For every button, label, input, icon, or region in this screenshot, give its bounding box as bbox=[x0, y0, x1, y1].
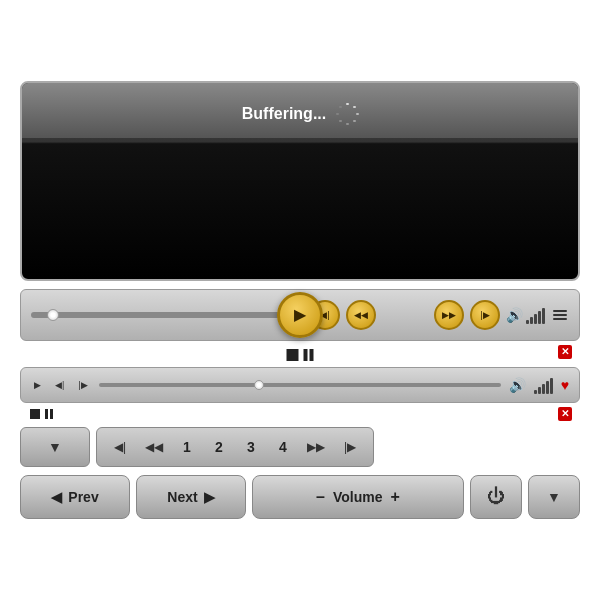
play-sm-button[interactable]: ▶ bbox=[31, 378, 44, 392]
play-button-spacer bbox=[382, 292, 428, 338]
vol-bar-1 bbox=[526, 320, 529, 324]
pause-button-sm2[interactable] bbox=[45, 409, 53, 419]
vol-bar-sm-4 bbox=[546, 381, 549, 394]
bottom-row: ◀ Prev Next ▶ – Volume + ⏻ ▼ bbox=[20, 475, 580, 519]
next-label: Next bbox=[167, 489, 197, 505]
prev-button[interactable]: ◀ Prev bbox=[20, 475, 130, 519]
next-arrow-icon: ▶ bbox=[204, 489, 215, 505]
track-2-button[interactable]: 2 bbox=[205, 433, 233, 461]
prev-arrow-icon: ◀ bbox=[51, 489, 62, 505]
video-screen: Buffering... bbox=[20, 81, 580, 281]
track-end-button[interactable]: |▶ bbox=[335, 427, 365, 467]
main-progress-bar[interactable] bbox=[31, 312, 304, 318]
buffering-text: Buffering... bbox=[242, 105, 326, 123]
rewind-button[interactable]: ◀◀ bbox=[346, 300, 376, 330]
fast-forward-button[interactable]: ▶▶ bbox=[434, 300, 464, 330]
stop-pause-area-sm bbox=[30, 409, 53, 419]
volume-plus-button[interactable]: + bbox=[387, 488, 404, 506]
vol-bar-2 bbox=[530, 317, 533, 324]
track-rw-button[interactable]: ◀◀ bbox=[139, 427, 169, 467]
secondary-progress-bar[interactable] bbox=[99, 383, 501, 387]
skip-fwd-sm-button[interactable]: |▶ bbox=[75, 378, 90, 392]
red-x-icon-1[interactable]: ✕ bbox=[558, 345, 572, 359]
down-button[interactable]: ▼ bbox=[528, 475, 580, 519]
vol-bar-3 bbox=[534, 314, 537, 324]
heart-icon[interactable]: ♥ bbox=[561, 377, 569, 393]
vol-bar-sm-5 bbox=[550, 378, 553, 394]
playlist-dropdown-button[interactable]: ▼ bbox=[20, 427, 90, 467]
pause-button-small[interactable] bbox=[304, 349, 314, 361]
power-icon: ⏻ bbox=[487, 486, 505, 507]
playlist-arrow-icon: ▼ bbox=[48, 439, 62, 455]
spinner bbox=[336, 103, 358, 125]
number-btn-group: ◀| ◀◀ 1 2 3 4 ▶▶ |▶ bbox=[96, 427, 374, 467]
next-button[interactable]: Next ▶ bbox=[136, 475, 246, 519]
power-button[interactable]: ⏻ bbox=[470, 475, 522, 519]
eq-icon[interactable] bbox=[551, 308, 569, 322]
skip-forward-button[interactable]: |▶ bbox=[470, 300, 500, 330]
track-ff-button[interactable]: ▶▶ bbox=[301, 427, 331, 467]
play-icon: ▶ bbox=[294, 305, 306, 324]
volume-icon-sm: 🔊 bbox=[509, 377, 526, 393]
secondary-progress-knob[interactable] bbox=[254, 380, 264, 390]
volume-area: 🔊 bbox=[506, 306, 545, 324]
volume-minus-button[interactable]: – bbox=[312, 488, 329, 506]
player-container: Buffering... ◀| ◀◀ bbox=[20, 81, 580, 519]
buffering-area: Buffering... bbox=[242, 103, 358, 125]
volume-bars-sm bbox=[534, 376, 553, 394]
stop-button-small[interactable] bbox=[287, 349, 299, 361]
play-button-large[interactable]: ▶ bbox=[277, 292, 323, 338]
volume-icon: 🔊 bbox=[506, 307, 523, 323]
volume-bars bbox=[526, 306, 545, 324]
red-x-2[interactable]: ✕ bbox=[558, 407, 572, 421]
red-x-1[interactable]: ✕ bbox=[558, 345, 572, 359]
down-arrow-icon: ▼ bbox=[547, 489, 561, 505]
main-controls-wrapper: ◀| ◀◀ ▶▶ |▶ 🔊 bbox=[20, 289, 580, 341]
vol-bar-4 bbox=[538, 311, 541, 324]
track-4-button[interactable]: 4 bbox=[269, 433, 297, 461]
number-row: ▼ ◀| ◀◀ 1 2 3 4 ▶▶ |▶ bbox=[20, 427, 580, 467]
volume-text-label: Volume bbox=[333, 489, 383, 505]
red-x-icon-2[interactable]: ✕ bbox=[558, 407, 572, 421]
secondary-controls-bar: ▶ ◀| |▶ 🔊 ♥ bbox=[20, 367, 580, 403]
vol-bar-sm-1 bbox=[534, 390, 537, 394]
prev-label: Prev bbox=[68, 489, 98, 505]
secondary-controls-wrapper: ▶ ◀| |▶ 🔊 ♥ ✕ bbox=[20, 367, 580, 403]
vol-bar-sm-2 bbox=[538, 387, 541, 394]
track-3-button[interactable]: 3 bbox=[237, 433, 265, 461]
volume-control-group: – Volume + bbox=[252, 475, 464, 519]
track-1-button[interactable]: 1 bbox=[173, 433, 201, 461]
vol-bar-sm-3 bbox=[542, 384, 545, 394]
track-start-button[interactable]: ◀| bbox=[105, 427, 135, 467]
progress-knob[interactable] bbox=[47, 309, 59, 321]
skip-back-sm-button[interactable]: ◀| bbox=[52, 378, 67, 392]
vol-bar-5 bbox=[542, 308, 545, 324]
stop-button-sm2[interactable] bbox=[30, 409, 40, 419]
stop-pause-area bbox=[287, 349, 314, 361]
